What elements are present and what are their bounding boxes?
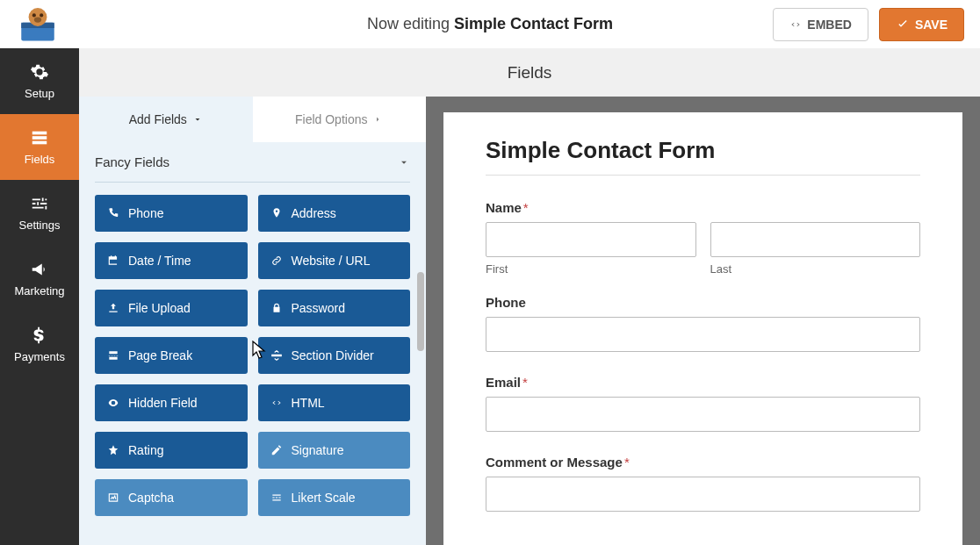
svg-point-4 [40,13,43,17]
embed-button[interactable]: EMBED [773,8,868,41]
sidebar-item-label: Payments [14,350,65,363]
sidebar-item-label: Fields [25,153,55,166]
sidebar-item-marketing[interactable]: Marketing [0,246,79,312]
likert-icon [270,491,283,504]
divider-icon [270,349,283,362]
field-type-label: Likert Scale [292,491,356,505]
sidebar-item-label: Marketing [14,284,64,298]
field-group-header[interactable]: Fancy Fields [95,142,410,183]
tab-label: Field Options [295,112,367,126]
embed-label: EMBED [807,18,852,32]
phone-icon [107,207,119,219]
captcha-icon [107,491,119,504]
field-type-label: Password [292,301,345,315]
field-type-website-url[interactable]: Website / URL [258,242,411,279]
pin-icon [270,207,283,219]
field-type-label: Signature [292,443,344,457]
sub-last: Last [710,262,921,276]
chevron-down-icon [192,114,203,125]
field-type-password[interactable]: Password [258,290,411,326]
field-grid: PhoneAddressDate / TimeWebsite / URLFile… [79,183,426,528]
sidebar-item-fields[interactable]: Fields [0,114,79,180]
field-type-section-divider[interactable]: Section Divider [258,337,411,374]
field-type-label: Address [292,206,336,220]
tab-label: Add Fields [129,112,187,126]
star-icon [107,444,119,456]
field-type-label: HTML [292,396,325,410]
field-type-signature[interactable]: Signature [258,432,411,469]
field-type-label: Phone [128,206,163,220]
sidebar-item-label: Setup [25,87,54,100]
link-icon [270,255,283,267]
save-button[interactable]: SAVE [879,8,964,41]
main-area: Fields Add Fields Field Options Fancy Fi… [79,48,980,545]
field-type-hidden-field[interactable]: Hidden Field [95,384,248,421]
svg-rect-6 [32,132,47,135]
comment-input[interactable] [486,477,920,512]
app-logo [16,7,60,42]
field-type-file-upload[interactable]: File Upload [95,290,248,326]
field-type-captcha[interactable]: Captcha [95,479,248,516]
field-type-label: Rating [128,443,163,457]
calendar-icon [107,255,119,267]
field-type-label: Page Break [128,348,192,362]
top-actions: EMBED SAVE [773,8,964,41]
panel-tabs: Add Fields Field Options [79,97,426,142]
field-type-phone[interactable]: Phone [95,195,248,232]
form-preview-wrap: Simple Contact Form Name* First Last Pho… [426,97,980,545]
sidebar-item-label: Settings [19,219,61,232]
field-type-address[interactable]: Address [258,195,411,232]
email-input[interactable] [486,397,920,432]
first-name-input[interactable] [486,222,696,257]
tab-field-options[interactable]: Field Options [253,97,427,142]
field-type-label: Captcha [128,491,174,505]
group-title: Fancy Fields [95,154,169,169]
svg-point-5 [34,17,41,22]
last-name-input[interactable] [710,222,921,257]
scrollbar-thumb[interactable] [417,272,424,351]
sliders-icon [30,194,49,213]
label-email: Email* [486,375,920,390]
name-row [486,222,920,257]
tab-add-fields[interactable]: Add Fields [79,97,253,142]
bullhorn-icon [30,260,49,279]
svg-rect-7 [32,136,47,140]
form-icon [30,128,49,147]
phone-input[interactable] [486,317,920,352]
section-title: Fields [79,48,980,97]
sidebar-item-payments[interactable]: Payments [0,312,79,377]
title-divider [486,175,920,176]
pagebreak-icon [107,349,119,362]
field-type-label: Section Divider [292,348,374,362]
field-type-html[interactable]: HTML [258,384,411,421]
editing-title: Now editing Simple Contact Form [367,15,613,33]
nav-sidebar: Setup Fields Settings Marketing Payments [0,48,79,545]
required-marker: * [624,455,630,470]
lock-icon [270,302,283,314]
name-sublabels: First Last [486,262,920,276]
field-type-page-break[interactable]: Page Break [95,337,248,374]
required-marker: * [522,375,528,390]
form-title: Simple Contact Form [486,137,920,164]
required-marker: * [523,200,529,215]
field-type-label: Website / URL [292,254,371,268]
sub-first: First [486,262,696,276]
sidebar-item-settings[interactable]: Settings [0,180,79,246]
chevron-down-icon [398,156,410,169]
label-comment: Comment or Message* [486,455,920,470]
editing-prefix: Now editing [367,15,454,32]
columns: Add Fields Field Options Fancy Fields Ph… [79,97,980,545]
code-icon [270,397,283,409]
field-type-label: Hidden Field [128,396,198,410]
code-icon [789,18,802,31]
form-preview: Simple Contact Form Name* First Last Pho… [443,112,962,545]
top-bar: Now editing Simple Contact Form EMBED SA… [0,0,980,48]
upload-icon [107,302,119,314]
save-label: SAVE [915,18,948,32]
chevron-right-icon [372,114,383,125]
sidebar-item-setup[interactable]: Setup [0,48,79,114]
field-type-date-time[interactable]: Date / Time [95,242,248,279]
field-type-likert-scale[interactable]: Likert Scale [258,479,411,516]
field-type-rating[interactable]: Rating [95,432,248,469]
svg-point-3 [32,13,36,17]
